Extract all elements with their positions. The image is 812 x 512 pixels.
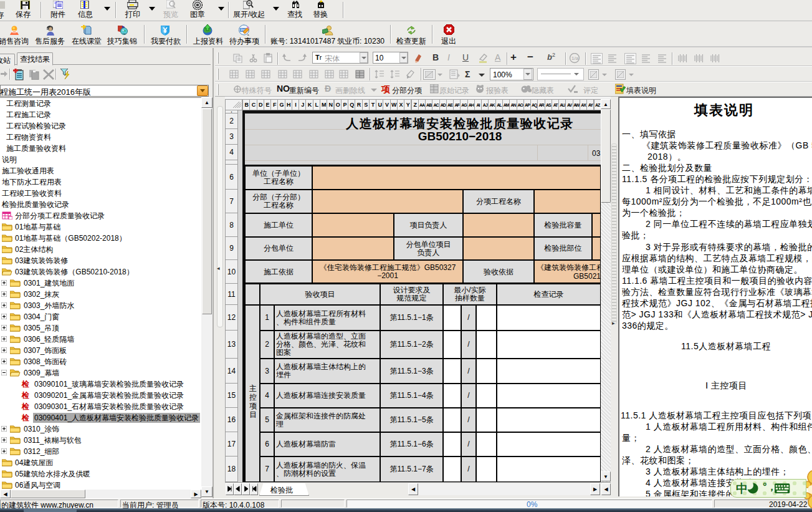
svg-text:1/a: 1/a [571, 56, 579, 61]
